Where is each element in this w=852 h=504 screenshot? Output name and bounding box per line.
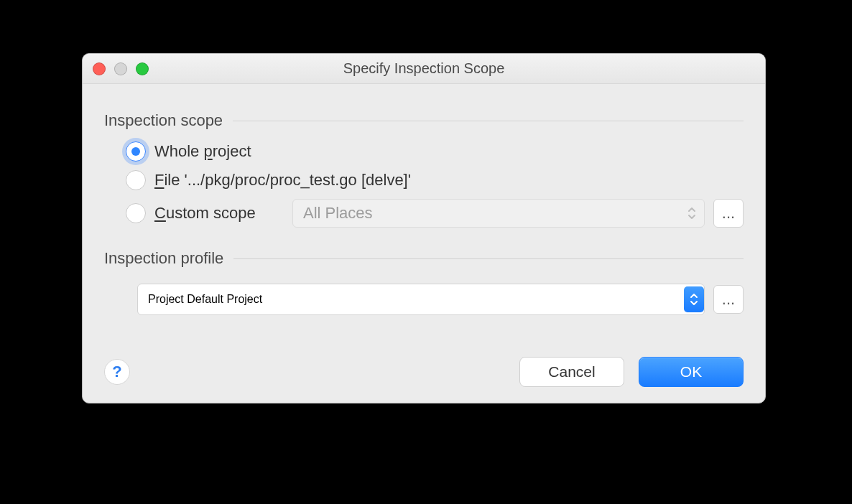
profile-row: Project Default Project ... — [104, 275, 744, 315]
mnemonic-char: p — [203, 142, 212, 160]
scope-group-header: Inspection scope — [104, 111, 744, 130]
close-icon[interactable] — [93, 62, 106, 75]
radio-label: Whole project — [154, 142, 251, 161]
zoom-icon[interactable] — [136, 62, 149, 75]
chevron-up-down-icon — [684, 286, 704, 312]
radio-icon — [126, 141, 146, 162]
mnemonic-char: F — [154, 171, 164, 189]
profile-group-header: Inspection profile — [104, 249, 744, 268]
mnemonic-char: C — [154, 204, 166, 222]
radio-label-suffix: roject — [213, 142, 251, 160]
divider — [233, 121, 744, 121]
minimize-icon[interactable] — [114, 62, 127, 75]
ok-button[interactable]: OK — [639, 357, 744, 387]
profile-browse-button[interactable]: ... — [713, 285, 744, 314]
profile-group-label: Inspection profile — [104, 249, 223, 268]
radio-label-prefix: Whole — [154, 142, 203, 160]
profile-secondary: Project — [226, 293, 262, 305]
radio-label: File '.../pkg/proc/proc_test.go [delve]' — [154, 171, 411, 190]
cancel-button[interactable]: Cancel — [519, 357, 624, 387]
button-row: ? Cancel OK — [104, 357, 744, 387]
radio-icon — [126, 170, 146, 190]
radio-label-suffix: ustom scope — [166, 204, 256, 222]
custom-scope-combo[interactable]: All Places — [292, 199, 705, 228]
traffic-lights — [93, 62, 149, 75]
chevron-up-down-icon — [685, 203, 698, 223]
profile-selected: Project Default — [148, 293, 223, 305]
scope-group-label: Inspection scope — [104, 111, 223, 130]
profile-combo[interactable]: Project Default Project — [137, 284, 705, 315]
help-icon: ? — [112, 363, 121, 381]
window-title: Specify Inspection Scope — [83, 60, 765, 77]
radio-custom-scope-row: Custom scope All Places ... — [104, 195, 744, 232]
titlebar[interactable]: Specify Inspection Scope — [83, 54, 765, 84]
radio-file[interactable]: File '.../pkg/proc/proc_test.go [delve]' — [104, 166, 744, 195]
combo-value: All Places — [303, 204, 373, 223]
radio-whole-project[interactable]: Whole project — [104, 137, 744, 166]
button-label: Cancel — [548, 363, 595, 381]
custom-scope-browse-button[interactable]: ... — [713, 199, 744, 228]
help-button[interactable]: ? — [104, 359, 130, 385]
ellipsis-icon: ... — [722, 290, 735, 309]
button-label: OK — [680, 363, 702, 381]
radio-custom-scope[interactable]: Custom scope — [154, 204, 284, 223]
ellipsis-icon: ... — [722, 204, 735, 223]
radio-icon[interactable] — [126, 203, 146, 223]
inspection-scope-dialog: Specify Inspection Scope Inspection scop… — [82, 53, 766, 403]
radio-label-suffix: ile '.../pkg/proc/proc_test.go [delve]' — [164, 171, 410, 189]
divider — [233, 258, 744, 259]
